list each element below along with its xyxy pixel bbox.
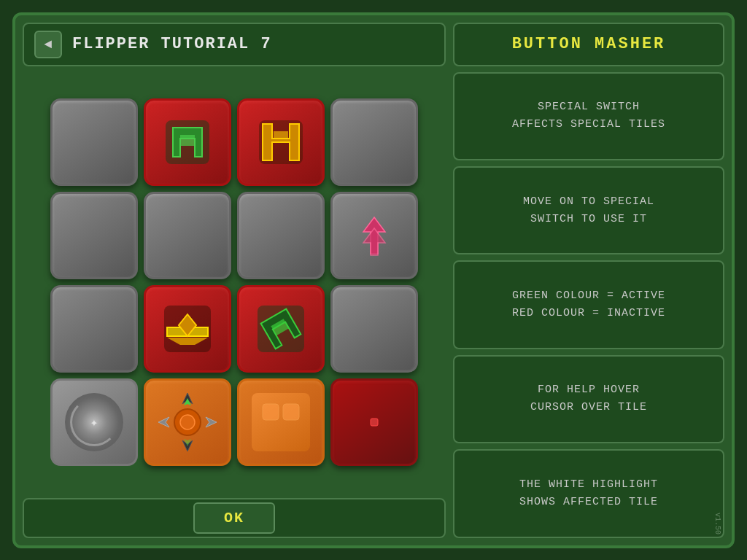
info-text-4: For help hovercursor over tile	[530, 381, 647, 416]
swirl-icon	[65, 393, 123, 451]
tile-r3c2[interactable]	[144, 285, 231, 373]
left-panel: ◄ FLIPPER TUTORIAL 7	[23, 23, 446, 538]
svg-rect-15	[263, 404, 279, 420]
header-bar: ◄ FLIPPER TUTORIAL 7	[23, 23, 446, 66]
tile-r3c4[interactable]	[330, 285, 418, 373]
tile-r4c2[interactable]	[144, 378, 231, 466]
info-box-3: green colour = activered colour = inacti…	[453, 260, 724, 349]
svg-marker-12	[206, 417, 217, 427]
tile-r4c1[interactable]	[50, 378, 138, 466]
tile-r1c3[interactable]	[237, 98, 325, 186]
info-text-5: the White highlightShows affected tile	[519, 476, 658, 511]
info-box-5: the White highlightShows affected tile	[453, 449, 724, 537]
info-text-1: Special Switchaffects Special tiles	[512, 98, 665, 133]
tutorial-title: FLIPPER TUTORIAL 7	[72, 35, 272, 53]
tile-r4c4[interactable]	[330, 378, 418, 466]
right-panel: Button maSher Special Switchaffects Spec…	[453, 23, 724, 538]
info-text-3: green colour = activered colour = inacti…	[512, 287, 665, 322]
info-box-2: Move on to SpecialSwitch to use it	[453, 166, 724, 254]
tile-r2c2[interactable]	[144, 192, 231, 279]
info-box-1: Special Switchaffects Special tiles	[453, 72, 724, 160]
right-header: Button maSher	[453, 23, 724, 66]
version-label: v1.50	[713, 513, 721, 534]
svg-rect-17	[371, 419, 378, 426]
tile-r2c3[interactable]	[237, 192, 325, 279]
tile-r4c3[interactable]	[237, 378, 325, 466]
info-text-2: Move on to SpecialSwitch to use it	[523, 193, 654, 228]
grid-area	[23, 72, 446, 492]
tile-r2c1[interactable]	[50, 192, 138, 279]
svg-marker-11	[158, 417, 169, 427]
back-button[interactable]: ◄	[34, 31, 62, 58]
info-box-4: For help hovercursor over tile	[453, 355, 724, 443]
main-container: ◄ FLIPPER TUTORIAL 7	[12, 12, 735, 548]
tile-r3c1[interactable]	[50, 285, 138, 373]
svg-rect-16	[283, 404, 299, 420]
tile-r2c4[interactable]	[330, 192, 418, 279]
tile-grid	[50, 98, 418, 466]
tile-r1c2[interactable]	[144, 98, 231, 186]
footer-bar: Ok	[23, 498, 446, 538]
tile-r1c4[interactable]	[330, 98, 418, 186]
ok-button[interactable]: Ok	[193, 502, 275, 534]
tile-r3c3[interactable]	[237, 285, 325, 373]
right-title: Button maSher	[512, 35, 666, 53]
tile-r1c1[interactable]	[50, 98, 138, 186]
svg-point-8	[180, 415, 195, 429]
